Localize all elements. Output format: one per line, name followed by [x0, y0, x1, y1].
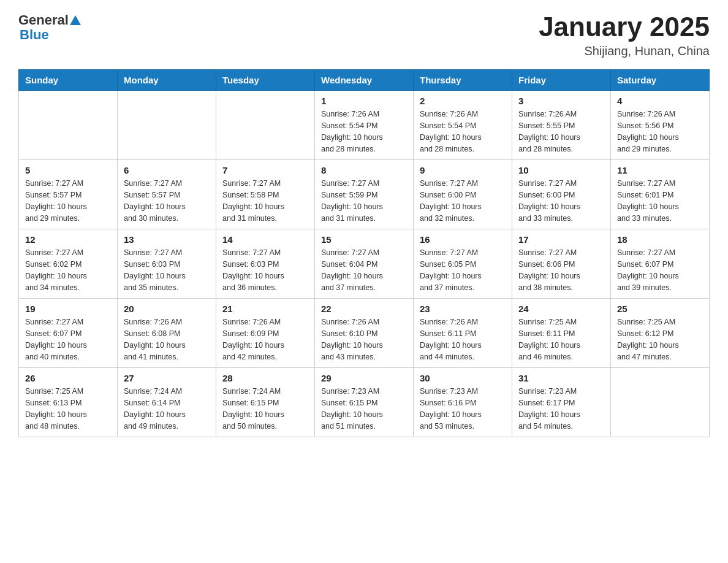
day-info: Sunrise: 7:26 AM Sunset: 6:09 PM Dayligh…: [222, 316, 308, 362]
svg-marker-0: [70, 15, 81, 25]
day-cell: 22Sunrise: 7:26 AM Sunset: 6:10 PM Dayli…: [315, 299, 414, 368]
day-number: 15: [321, 234, 407, 245]
day-info: Sunrise: 7:27 AM Sunset: 6:04 PM Dayligh…: [321, 247, 407, 293]
col-header-saturday: Saturday: [611, 70, 710, 91]
day-info: Sunrise: 7:23 AM Sunset: 6:16 PM Dayligh…: [420, 386, 506, 432]
day-number: 1: [321, 96, 407, 106]
day-cell: 7Sunrise: 7:27 AM Sunset: 5:58 PM Daylig…: [216, 160, 315, 229]
day-number: 10: [518, 165, 604, 175]
day-cell: 13Sunrise: 7:27 AM Sunset: 6:03 PM Dayli…: [118, 229, 216, 299]
day-info: Sunrise: 7:26 AM Sunset: 5:55 PM Dayligh…: [518, 109, 604, 155]
col-header-thursday: Thursday: [414, 70, 512, 91]
day-cell: 21Sunrise: 7:26 AM Sunset: 6:09 PM Dayli…: [216, 299, 315, 368]
day-number: 26: [25, 373, 111, 383]
day-number: 21: [222, 304, 308, 314]
day-cell: [611, 368, 710, 437]
col-header-tuesday: Tuesday: [216, 70, 315, 91]
day-info: Sunrise: 7:26 AM Sunset: 5:54 PM Dayligh…: [321, 109, 407, 155]
week-row-4: 19Sunrise: 7:27 AM Sunset: 6:07 PM Dayli…: [19, 299, 710, 368]
day-number: 25: [617, 304, 703, 314]
day-number: 28: [222, 373, 308, 383]
day-number: 18: [617, 234, 703, 245]
day-number: 6: [124, 165, 210, 175]
day-number: 8: [321, 165, 407, 175]
day-info: Sunrise: 7:27 AM Sunset: 6:00 PM Dayligh…: [420, 178, 506, 224]
logo-blue-text: Blue: [20, 27, 49, 43]
day-info: Sunrise: 7:25 AM Sunset: 6:11 PM Dayligh…: [518, 316, 604, 362]
week-row-2: 5Sunrise: 7:27 AM Sunset: 5:57 PM Daylig…: [19, 160, 710, 229]
day-cell: [216, 91, 315, 160]
day-info: Sunrise: 7:25 AM Sunset: 6:13 PM Dayligh…: [25, 386, 111, 432]
day-info: Sunrise: 7:23 AM Sunset: 6:17 PM Dayligh…: [518, 386, 604, 432]
calendar-table: SundayMondayTuesdayWednesdayThursdayFrid…: [18, 69, 710, 437]
day-cell: 5Sunrise: 7:27 AM Sunset: 5:57 PM Daylig…: [19, 160, 118, 229]
day-number: 27: [124, 373, 210, 383]
day-cell: 10Sunrise: 7:27 AM Sunset: 6:00 PM Dayli…: [512, 160, 611, 229]
day-info: Sunrise: 7:25 AM Sunset: 6:12 PM Dayligh…: [617, 316, 703, 362]
day-number: 24: [518, 304, 604, 314]
day-cell: 1Sunrise: 7:26 AM Sunset: 5:54 PM Daylig…: [315, 91, 414, 160]
day-number: 13: [124, 234, 210, 245]
day-cell: 31Sunrise: 7:23 AM Sunset: 6:17 PM Dayli…: [512, 368, 611, 437]
logo-triangle-icon: [70, 15, 81, 26]
week-row-5: 26Sunrise: 7:25 AM Sunset: 6:13 PM Dayli…: [19, 368, 710, 437]
day-cell: 25Sunrise: 7:25 AM Sunset: 6:12 PM Dayli…: [611, 299, 710, 368]
day-cell: 27Sunrise: 7:24 AM Sunset: 6:14 PM Dayli…: [118, 368, 216, 437]
day-cell: 24Sunrise: 7:25 AM Sunset: 6:11 PM Dayli…: [512, 299, 611, 368]
calendar-subtitle: Shijiang, Hunan, China: [539, 44, 710, 58]
day-cell: 17Sunrise: 7:27 AM Sunset: 6:06 PM Dayli…: [512, 229, 611, 299]
day-number: 7: [222, 165, 308, 175]
day-info: Sunrise: 7:27 AM Sunset: 6:07 PM Dayligh…: [25, 316, 111, 362]
day-cell: 14Sunrise: 7:27 AM Sunset: 6:03 PM Dayli…: [216, 229, 315, 299]
day-info: Sunrise: 7:27 AM Sunset: 5:57 PM Dayligh…: [25, 178, 111, 224]
day-cell: 28Sunrise: 7:24 AM Sunset: 6:15 PM Dayli…: [216, 368, 315, 437]
logo-general-text: General: [18, 12, 69, 28]
day-cell: 12Sunrise: 7:27 AM Sunset: 6:02 PM Dayli…: [19, 229, 118, 299]
day-info: Sunrise: 7:27 AM Sunset: 5:57 PM Dayligh…: [124, 178, 210, 224]
day-number: 22: [321, 304, 407, 314]
day-cell: 2Sunrise: 7:26 AM Sunset: 5:54 PM Daylig…: [414, 91, 512, 160]
day-cell: 19Sunrise: 7:27 AM Sunset: 6:07 PM Dayli…: [19, 299, 118, 368]
day-info: Sunrise: 7:27 AM Sunset: 6:03 PM Dayligh…: [124, 247, 210, 293]
day-cell: 8Sunrise: 7:27 AM Sunset: 5:59 PM Daylig…: [315, 160, 414, 229]
day-info: Sunrise: 7:24 AM Sunset: 6:15 PM Dayligh…: [222, 386, 308, 432]
day-cell: 3Sunrise: 7:26 AM Sunset: 5:55 PM Daylig…: [512, 91, 611, 160]
day-info: Sunrise: 7:27 AM Sunset: 6:01 PM Dayligh…: [617, 178, 703, 224]
day-number: 31: [518, 373, 604, 383]
logo-line1: General: [18, 12, 81, 28]
day-info: Sunrise: 7:26 AM Sunset: 6:08 PM Dayligh…: [124, 316, 210, 362]
day-info: Sunrise: 7:24 AM Sunset: 6:14 PM Dayligh…: [124, 386, 210, 432]
day-info: Sunrise: 7:27 AM Sunset: 6:02 PM Dayligh…: [25, 247, 111, 293]
day-number: 23: [420, 304, 506, 314]
day-cell: [118, 91, 216, 160]
day-cell: 9Sunrise: 7:27 AM Sunset: 6:00 PM Daylig…: [414, 160, 512, 229]
day-cell: 11Sunrise: 7:27 AM Sunset: 6:01 PM Dayli…: [611, 160, 710, 229]
calendar-title: January 2025: [539, 12, 710, 42]
col-header-sunday: Sunday: [19, 70, 118, 91]
day-info: Sunrise: 7:26 AM Sunset: 5:56 PM Dayligh…: [617, 109, 703, 155]
day-info: Sunrise: 7:26 AM Sunset: 6:11 PM Dayligh…: [420, 316, 506, 362]
day-number: 19: [25, 304, 111, 314]
day-number: 17: [518, 234, 604, 245]
col-header-wednesday: Wednesday: [315, 70, 414, 91]
week-row-1: 1Sunrise: 7:26 AM Sunset: 5:54 PM Daylig…: [19, 91, 710, 160]
day-cell: 23Sunrise: 7:26 AM Sunset: 6:11 PM Dayli…: [414, 299, 512, 368]
day-number: 14: [222, 234, 308, 245]
day-number: 29: [321, 373, 407, 383]
title-block: January 2025 Shijiang, Hunan, China: [539, 12, 710, 58]
day-info: Sunrise: 7:27 AM Sunset: 6:07 PM Dayligh…: [617, 247, 703, 293]
day-number: 20: [124, 304, 210, 314]
day-info: Sunrise: 7:23 AM Sunset: 6:15 PM Dayligh…: [321, 386, 407, 432]
day-cell: 29Sunrise: 7:23 AM Sunset: 6:15 PM Dayli…: [315, 368, 414, 437]
day-info: Sunrise: 7:27 AM Sunset: 6:00 PM Dayligh…: [518, 178, 604, 224]
day-cell: 4Sunrise: 7:26 AM Sunset: 5:56 PM Daylig…: [611, 91, 710, 160]
week-row-3: 12Sunrise: 7:27 AM Sunset: 6:02 PM Dayli…: [19, 229, 710, 299]
day-cell: 15Sunrise: 7:27 AM Sunset: 6:04 PM Dayli…: [315, 229, 414, 299]
day-info: Sunrise: 7:26 AM Sunset: 5:54 PM Dayligh…: [420, 109, 506, 155]
day-number: 9: [420, 165, 506, 175]
day-number: 2: [420, 96, 506, 106]
day-cell: 16Sunrise: 7:27 AM Sunset: 6:05 PM Dayli…: [414, 229, 512, 299]
day-number: 11: [617, 165, 703, 175]
day-number: 30: [420, 373, 506, 383]
day-cell: 6Sunrise: 7:27 AM Sunset: 5:57 PM Daylig…: [118, 160, 216, 229]
